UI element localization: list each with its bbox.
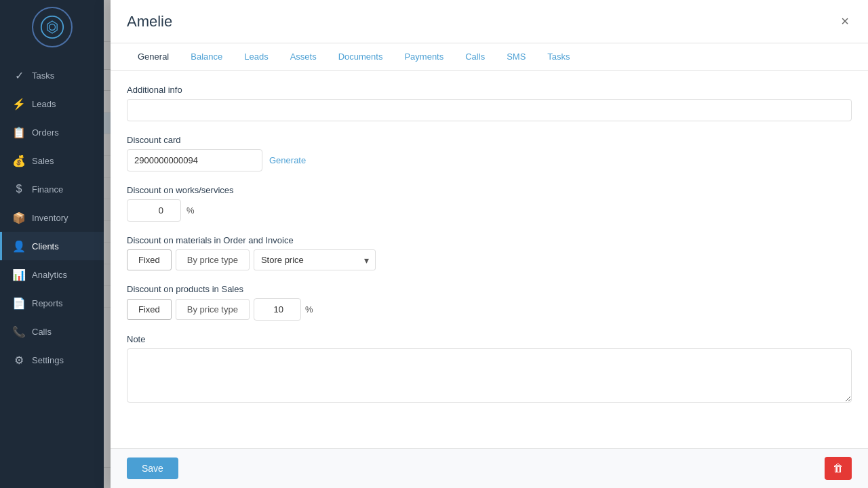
discount-works-row: % <box>127 199 852 222</box>
note-textarea[interactable] <box>127 348 852 403</box>
modal-header: Amelie × <box>111 0 868 43</box>
sidebar-item-analytics[interactable]: 📊Analytics <box>0 260 104 289</box>
sidebar-label-settings: Settings <box>32 355 64 365</box>
sidebar-label-clients: Clients <box>32 241 59 251</box>
sidebar: ✓Tasks⚡Leads📋Orders💰Sales$Finance📦Invent… <box>0 0 104 488</box>
discount-materials-toggle-row: Fixed By price type Store price <box>127 249 852 270</box>
discount-products-input[interactable] <box>254 298 301 321</box>
sidebar-item-leads[interactable]: ⚡Leads <box>0 89 104 118</box>
orders-icon: 📋 <box>13 126 25 138</box>
tasks-icon: ✓ <box>13 69 25 81</box>
close-modal-button[interactable]: × <box>838 11 852 32</box>
modal-tab-documents[interactable]: Documents <box>328 43 394 71</box>
additional-info-label: Additional info <box>127 85 852 95</box>
client-detail-modal: Amelie × GeneralBalanceLeadsAssetsDocume… <box>111 0 868 488</box>
discount-materials-pricetype-btn[interactable]: By price type <box>176 249 250 270</box>
sidebar-label-calls: Calls <box>32 327 52 337</box>
note-group: Note <box>127 334 852 405</box>
sidebar-item-sales[interactable]: 💰Sales <box>0 146 104 175</box>
sidebar-item-calls[interactable]: 📞Calls <box>0 317 104 346</box>
discount-materials-group: Discount on materials in Order and Invoi… <box>127 235 852 270</box>
modal-title: Amelie <box>127 13 172 30</box>
sidebar-item-clients[interactable]: 👤Clients <box>0 232 104 260</box>
discount-products-pricetype-btn[interactable]: By price type <box>176 299 250 320</box>
modal-tab-payments[interactable]: Payments <box>393 43 454 71</box>
sidebar-item-settings[interactable]: ⚙Settings <box>0 346 104 374</box>
store-price-wrapper: Store price <box>254 249 376 270</box>
logo[interactable] <box>32 7 73 47</box>
modal-tab-leads[interactable]: Leads <box>233 43 279 71</box>
sidebar-item-orders[interactable]: 📋Orders <box>0 118 104 146</box>
modal-tabs: GeneralBalanceLeadsAssetsDocumentsPaymen… <box>111 43 868 71</box>
sidebar-item-finance[interactable]: $Finance <box>0 175 104 203</box>
main-content: Clients + Client All Indi Name/company 👤… <box>104 0 868 488</box>
sidebar-label-analytics: Analytics <box>32 270 67 280</box>
calls-icon: 📞 <box>13 325 25 338</box>
sidebar-item-inventory[interactable]: 📦Inventory <box>0 203 104 232</box>
sidebar-label-leads: Leads <box>32 99 56 109</box>
sidebar-item-reports[interactable]: 📄Reports <box>0 289 104 317</box>
clients-icon: 👤 <box>13 240 25 252</box>
leads-icon: ⚡ <box>13 98 25 110</box>
generate-link[interactable]: Generate <box>269 155 306 165</box>
sidebar-label-tasks: Tasks <box>32 70 54 81</box>
inventory-icon: 📦 <box>13 211 25 224</box>
discount-materials-label: Discount on materials in Order and Invoi… <box>127 235 852 245</box>
discount-materials-fixed-btn[interactable]: Fixed <box>127 249 172 270</box>
modal-tab-general[interactable]: General <box>127 43 180 71</box>
discount-products-toggle-row: Fixed By price type % <box>127 298 852 321</box>
discount-card-label: Discount card <box>127 135 852 145</box>
discount-works-input[interactable] <box>127 199 181 222</box>
sidebar-item-tasks[interactable]: ✓Tasks <box>0 61 104 89</box>
svg-point-1 <box>49 24 55 30</box>
discount-products-label: Discount on products in Sales <box>127 284 852 294</box>
sidebar-label-finance: Finance <box>32 184 63 195</box>
svg-point-0 <box>41 16 62 38</box>
sidebar-label-inventory: Inventory <box>32 213 68 223</box>
reports-icon: 📄 <box>13 297 25 309</box>
sidebar-label-sales: Sales <box>32 156 54 166</box>
modal-tab-sms[interactable]: SMS <box>496 43 536 71</box>
delete-button[interactable]: 🗑 <box>825 457 852 480</box>
discount-products-pct: % <box>305 304 313 314</box>
discount-products-group: Discount on products in Sales Fixed By p… <box>127 284 852 321</box>
store-price-select[interactable]: Store price <box>254 249 376 270</box>
discount-card-input[interactable] <box>127 149 262 171</box>
modal-tab-balance[interactable]: Balance <box>180 43 233 71</box>
finance-icon: $ <box>13 183 25 195</box>
additional-info-group: Additional info <box>127 85 852 121</box>
modal-footer: Save 🗑 <box>111 448 868 488</box>
modal-tab-calls[interactable]: Calls <box>454 43 496 71</box>
discount-works-label: Discount on works/services <box>127 185 852 195</box>
content-area: Clients + Client All Indi Name/company 👤… <box>104 0 868 488</box>
save-button[interactable]: Save <box>127 458 178 479</box>
sidebar-label-reports: Reports <box>32 298 63 308</box>
settings-icon: ⚙ <box>13 354 25 366</box>
note-label: Note <box>127 334 852 344</box>
analytics-icon: 📊 <box>13 268 25 281</box>
modal-tab-tasks[interactable]: Tasks <box>536 43 580 71</box>
discount-card-group: Discount card Generate <box>127 135 852 171</box>
sidebar-label-orders: Orders <box>32 127 59 138</box>
sales-icon: 💰 <box>13 155 25 167</box>
discount-works-pct: % <box>186 205 195 216</box>
modal-body: Additional info Discount card Generate D… <box>111 71 868 448</box>
additional-info-input[interactable] <box>127 99 852 121</box>
discount-works-group: Discount on works/services % <box>127 185 852 222</box>
discount-products-fixed-btn[interactable]: Fixed <box>127 299 172 320</box>
discount-card-row: Generate <box>127 149 852 171</box>
modal-tab-assets[interactable]: Assets <box>279 43 328 71</box>
